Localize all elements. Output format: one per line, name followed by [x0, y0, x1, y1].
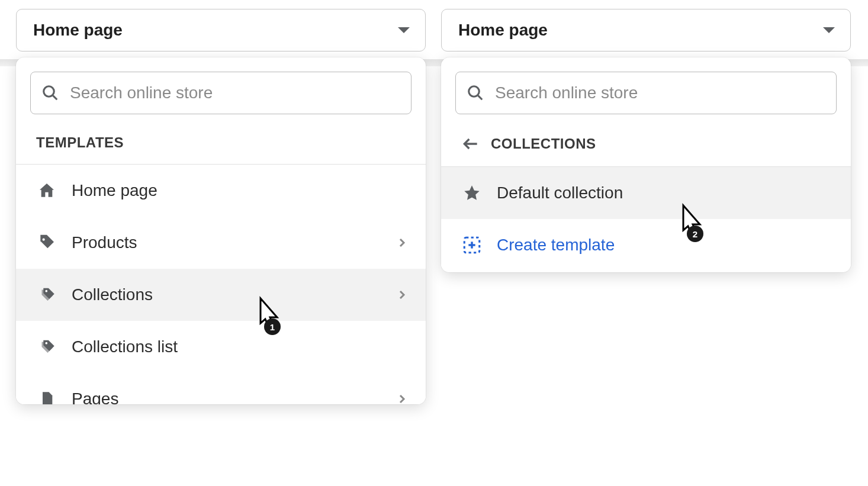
svg-point-0 — [44, 86, 54, 97]
search-box[interactable] — [30, 72, 412, 114]
menu-item-products[interactable]: Products — [16, 217, 426, 269]
search-input[interactable] — [70, 83, 400, 102]
star-icon — [461, 182, 483, 204]
collections-header-row: Collections — [441, 114, 851, 166]
menu-item-label: Collections list — [72, 337, 409, 356]
template-dropdown: Templates Home page Products — [16, 57, 426, 404]
section-header-collections: Collections — [491, 136, 596, 152]
svg-line-6 — [478, 95, 482, 99]
menu-item-collections[interactable]: Collections — [16, 269, 426, 321]
menu-item-label: Products — [72, 233, 381, 252]
menu-item-default-collection[interactable]: Default collection — [441, 167, 851, 219]
search-icon — [41, 84, 59, 102]
menu-item-collections-list[interactable]: Collections list — [16, 321, 426, 373]
svg-point-4 — [45, 342, 47, 345]
back-arrow-icon[interactable] — [461, 134, 480, 153]
home-icon — [36, 180, 57, 201]
file-icon — [36, 388, 57, 404]
svg-point-3 — [45, 290, 47, 292]
menu-item-home-page[interactable]: Home page — [16, 165, 426, 217]
menu-item-label: Home page — [72, 181, 409, 200]
search-icon — [467, 84, 484, 102]
left-panel: Home page Templates Home page — [16, 9, 426, 404]
section-header-templates: Templates — [16, 114, 426, 164]
search-input[interactable] — [495, 83, 825, 102]
menu-item-create-template[interactable]: Create template — [441, 219, 851, 271]
collection-list: Default collection Create template — [441, 167, 851, 271]
menu-item-pages[interactable]: Pages — [16, 373, 426, 404]
tags-icon — [36, 284, 57, 305]
template-select-trigger[interactable]: Home page — [441, 9, 851, 52]
svg-line-1 — [53, 95, 57, 99]
svg-point-5 — [469, 86, 480, 97]
tag-icon — [36, 232, 57, 253]
menu-item-label: Pages — [72, 390, 381, 404]
chevron-right-icon — [395, 392, 409, 404]
caret-down-icon — [398, 27, 410, 33]
template-select-trigger[interactable]: Home page — [16, 9, 426, 52]
collections-dropdown: Collections Default collection Create te… — [441, 57, 851, 272]
tags-icon — [36, 336, 57, 358]
menu-item-label: Default collection — [497, 184, 834, 202]
right-panel: Home page Collections — [441, 9, 851, 272]
search-box[interactable] — [455, 72, 837, 114]
chevron-right-icon — [395, 288, 409, 302]
trigger-label: Home page — [33, 21, 398, 40]
svg-point-2 — [43, 239, 45, 241]
create-template-icon — [461, 234, 483, 256]
menu-item-label: Collections — [72, 285, 381, 304]
menu-item-label: Create template — [497, 236, 834, 255]
trigger-label: Home page — [458, 21, 823, 40]
template-list: Home page Products Collections — [16, 165, 426, 404]
chevron-right-icon — [395, 236, 409, 250]
caret-down-icon — [823, 27, 835, 33]
